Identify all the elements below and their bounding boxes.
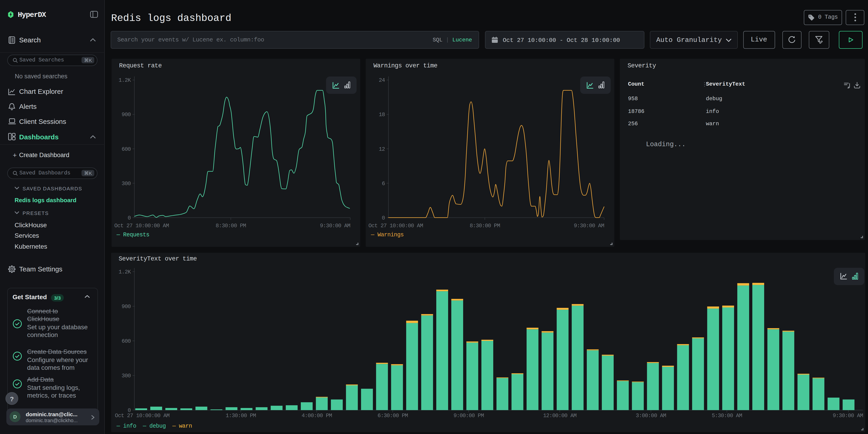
svg-text:0: 0 (382, 215, 385, 221)
svg-text:4:00:00 PM: 4:00:00 PM (301, 412, 332, 418)
svg-text:9:30:00 AM: 9:30:00 AM (574, 223, 604, 229)
svg-text:3:00:00 AM: 3:00:00 AM (636, 412, 666, 418)
svg-text:12: 12 (379, 146, 385, 152)
svg-text:6:30:00 PM: 6:30:00 PM (377, 412, 408, 418)
svg-text:8:30:00 PM: 8:30:00 PM (215, 223, 246, 229)
svg-text:Oct 27 10:00:00 AM: Oct 27 10:00:00 AM (368, 223, 423, 229)
svg-text:Oct 27 10:00:00 AM: Oct 27 10:00:00 AM (114, 223, 168, 229)
svg-text:9:00:00 PM: 9:00:00 PM (453, 412, 484, 418)
svg-text:9:30:00 AM: 9:30:00 AM (833, 412, 863, 418)
svg-text:900: 900 (121, 303, 130, 309)
svg-text:1.2K: 1.2K (118, 269, 131, 275)
svg-text:24: 24 (379, 78, 385, 84)
svg-text:18: 18 (379, 112, 385, 118)
svg-text:600: 600 (121, 146, 130, 152)
svg-text:6: 6 (382, 181, 385, 187)
svg-text:5:30:00 AM: 5:30:00 AM (712, 412, 742, 418)
svg-text:Oct 27 10:00:00 AM: Oct 27 10:00:00 AM (115, 412, 169, 418)
svg-text:0: 0 (127, 215, 130, 221)
svg-text:600: 600 (121, 338, 130, 344)
svg-text:300: 300 (121, 373, 130, 379)
svg-text:9:30:00 AM: 9:30:00 AM (320, 223, 350, 229)
svg-text:1:30:00 PM: 1:30:00 PM (225, 412, 256, 418)
svg-text:12:00:00 AM: 12:00:00 AM (543, 412, 576, 418)
svg-text:300: 300 (121, 181, 130, 187)
svg-text:1.2K: 1.2K (118, 78, 131, 84)
svg-text:900: 900 (121, 112, 130, 118)
svg-text:8:30:00 PM: 8:30:00 PM (470, 223, 500, 229)
